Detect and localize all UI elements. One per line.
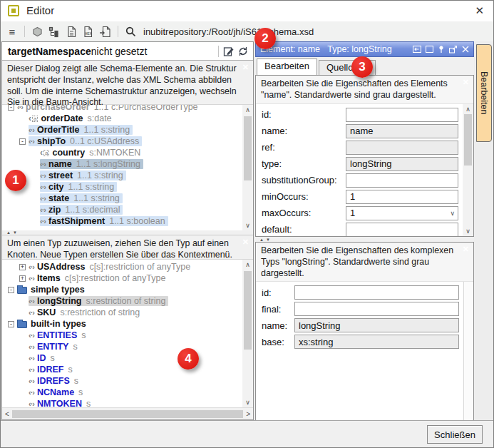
scrollbar-thumb[interactable] [464,114,472,166]
maximize-icon[interactable] [426,46,433,53]
tree-row[interactable]: street 1..1 s:string [6,170,242,181]
right-splitter[interactable]: ▲ ▼ [255,237,474,242]
tree-row[interactable]: ENTITY s [6,341,242,352]
scroll-up-icon[interactable]: ∧ [465,106,470,113]
scroll-down-icon[interactable]: ∨ [465,228,470,235]
tree-row[interactable]: - simple types [6,284,242,295]
scroll-left-icon[interactable]: < [5,410,9,418]
pin-icon[interactable] [438,46,445,54]
element-icon [40,217,46,225]
tree-row[interactable]: - purchaseOrder 1..1 c:PurchaseOrderType [6,105,242,113]
expander-icon[interactable]: + [19,275,26,282]
tree-row[interactable]: - built-in types [6,318,242,330]
splitter-down-icon[interactable]: ▼ [266,238,270,242]
expander-icon[interactable]: - [8,321,14,327]
tree-row[interactable]: longString s:restriction of string [6,295,242,307]
element-icon [29,263,34,271]
type-form-scroll-gutter [463,282,473,421]
scroll-down-icon[interactable]: ∨ [245,222,250,229]
float-window-icon[interactable] [449,46,458,54]
tree-row[interactable]: name 1..1 s:longString [6,158,242,170]
horizontal-scrollbar[interactable]: < > [2,407,253,419]
field-label: id: [262,109,346,120]
tree-row[interactable]: OrderTitle 1..1 s:string [6,124,242,136]
document-icon[interactable] [64,25,78,39]
field-input[interactable] [346,141,458,155]
tree-row[interactable]: SKU s:restriction of string [6,307,242,318]
tree-row[interactable]: city 1..1 s:string [6,181,242,193]
menu-icon[interactable]: ≡ [5,25,19,39]
hex-document-icon[interactable]: HEX [81,25,96,39]
field-input[interactable] [294,285,459,300]
import-document-icon[interactable] [98,25,113,39]
tree-row[interactable]: zip 1..1 s:decimal [6,204,242,215]
structure-tooltip: Dieser Dialog zeigt alle Schema-Elemente… [2,61,253,105]
tree-row[interactable]: ENTITIES s [6,330,242,341]
close-panel-icon[interactable] [462,46,469,53]
expander-icon[interactable]: - [8,287,14,293]
tree-row[interactable]: NCName s [6,387,242,398]
tree-row[interactable]: IDREF s [6,364,242,375]
tooltip-close-icon[interactable]: ✕ [242,63,249,73]
scroll-up-icon[interactable]: ∧ [245,261,250,268]
annotation-circle: 1 [5,170,26,191]
form-row: default: [262,223,458,237]
node-label: NMTOKEN [37,399,82,407]
tree-row[interactable]: fastShipment 1..1 s:boolean [6,215,242,227]
scroll-right-icon[interactable]: > [246,410,250,418]
scroll-down-icon[interactable]: ∨ [245,399,250,406]
search-icon[interactable] [123,25,138,39]
dock-left-icon[interactable] [413,46,421,53]
scroll-up-icon[interactable]: ∧ [245,106,250,113]
field-input[interactable]: longString [346,157,458,171]
scrollbar-thumb[interactable] [244,116,252,180]
toolbar: ≡ HEX [1,21,493,41]
node-label: orderDate [41,113,83,123]
expander-icon[interactable]: + [19,264,26,270]
field-input[interactable] [346,173,458,188]
tree-row[interactable]: country s:NMTOKEN [6,147,242,158]
tree-row[interactable]: - shipTo 0..1 c:USAddress [6,136,242,147]
workflow-element-icon[interactable] [30,25,44,39]
field-input[interactable] [346,223,458,237]
element-form-scrollbar[interactable]: ∧ ∨ [463,104,473,237]
tab-bearbeiten[interactable]: Bearbeiten [257,58,317,75]
expander-icon[interactable]: - [19,138,26,145]
node-label: SKU [37,307,56,317]
field-input[interactable]: 1 ∨ [346,206,458,220]
node-type: 1..1 s:string [68,182,115,192]
tooltip-close-icon[interactable]: ✕ [463,78,469,88]
tooltip-close-icon[interactable]: ✕ [242,238,249,248]
window-close-icon[interactable]: ✕ [475,4,484,17]
expander-icon[interactable]: - [8,105,14,111]
tree-row[interactable]: NMTOKEN s [6,398,242,407]
splitter-up-icon[interactable]: ▲ [6,230,11,235]
close-button[interactable]: Schließen [427,425,483,444]
field-input[interactable] [294,302,459,316]
field-input[interactable] [346,108,458,122]
scrollbar-thumb[interactable] [12,410,243,418]
side-tab-bearbeiten[interactable]: Bearbeiten [476,44,492,142]
edit-namespace-icon[interactable] [222,44,236,58]
instance-tree-scrollbar[interactable]: ∧ ∨ [242,105,253,230]
types-tree-scrollbar[interactable]: ∧ ∨ [242,260,253,407]
field-input[interactable]: name [346,124,458,138]
tree-row[interactable]: + USAddress c[s]:restriction of anyType [6,261,242,273]
tree-row[interactable]: + Items c[s]:restriction of anyType [6,273,242,284]
tree-view-icon[interactable] [47,25,61,39]
tree-row[interactable]: state 1..1 s:string [6,193,242,204]
field-label: minOccurs: [262,191,346,202]
left-splitter[interactable]: ▲ ▼ [2,230,253,235]
refresh-icon[interactable] [236,44,250,58]
tree-row[interactable]: ID s [6,352,242,364]
field-input[interactable]: xs:string [294,335,459,349]
field-input[interactable]: longString [294,318,459,332]
field-input[interactable]: 1 [346,190,458,204]
splitter-up-icon[interactable]: ▲ [259,238,264,242]
dropdown-chevron-icon[interactable]: ∨ [450,210,455,217]
scrollbar-thumb[interactable] [244,271,252,350]
tree-row[interactable]: orderDate s:date [6,113,242,124]
tooltip-close-icon[interactable]: ✕ [463,245,469,255]
splitter-down-icon[interactable]: ▼ [13,230,17,235]
tree-row[interactable]: IDREFS s [6,375,242,387]
